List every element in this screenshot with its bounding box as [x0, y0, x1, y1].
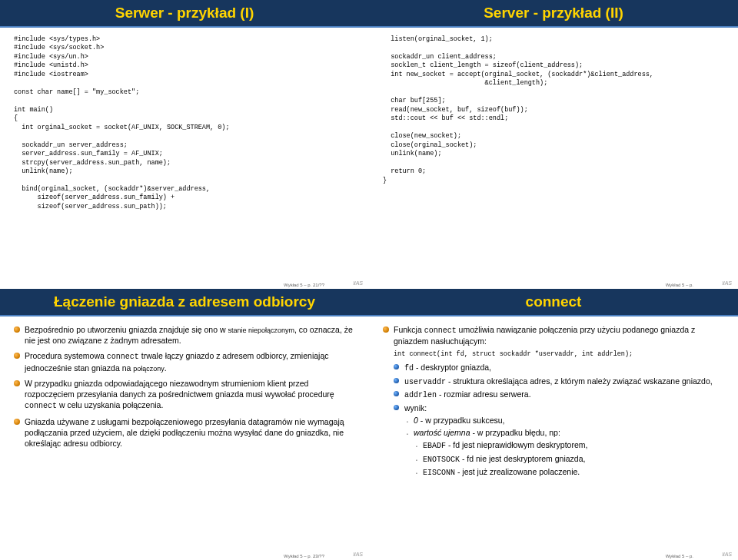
bullet-list: Funkcja connect umożliwia nawiązanie poł… [383, 324, 724, 479]
text-span: - jest już zrealizowane polaczenie. [455, 467, 580, 476]
text-span: - fd nie jest deskryptorem gniazda, [460, 454, 585, 463]
result-item: wartość ujemna - w przypadku błędu, np: … [404, 427, 724, 479]
sub-item: wynik: 0 - w przypadku sukcesu, wartość … [394, 403, 724, 479]
text-span: - rozmiar adresu serwera. [437, 389, 531, 399]
slide-content: listen(orginal_socket, 1); sockaddr_un c… [369, 28, 738, 190]
text-span: . [165, 363, 167, 373]
result-item: 0 - w przypadku sukcesu, [404, 415, 724, 426]
code-span: addrlen [404, 391, 437, 399]
logo: IiAS [353, 280, 363, 286]
sub-list: fd - deskryptor gniazda, uservaddr - str… [394, 362, 724, 479]
text-span: Funkcja [394, 325, 424, 334]
text-span: - w przypadku błędu, np: [470, 428, 560, 437]
text-span: w celu uzyskania połączenia. [57, 400, 163, 409]
code-span: connect [424, 326, 457, 335]
code-span: uservaddr [404, 378, 446, 386]
error-item: EISCONN - jest już zrealizowane polaczen… [414, 466, 724, 479]
slide-footer: Wykład 5 – p. 23/?? [284, 554, 324, 558]
slide-footer: Wykład 5 – p. 21/?? [284, 283, 324, 287]
code-span: ENOTSOCK [423, 456, 460, 464]
slide-connect-intro: Łączenie gniazda z adresem odbiorcy Bezp… [0, 289, 369, 560]
slide-title: Server - przykład (II) [369, 0, 738, 28]
bullet-item: W przypadku gniazda odpowiadającego niez… [14, 378, 355, 412]
error-list: EBADF - fd jest nieprawidłowym deskrypto… [414, 439, 724, 479]
slide-content: Funkcja connect umożliwia nawiązanie poł… [369, 316, 738, 488]
slide-server-example-1: Serwer - przykład (I) #include <sys/type… [0, 0, 369, 289]
slide-connect: connect Funkcja connect umożliwia nawiąz… [369, 289, 738, 560]
text-span: - deskryptor gniazda, [414, 363, 491, 372]
bullet-item: Gniazda używane z usługami bezpołączenio… [14, 416, 355, 449]
bullet-item: Funkcja connect umożliwia nawiązanie poł… [383, 324, 724, 479]
text-span: - fd jest nieprawidłowym deskryptorem, [446, 440, 587, 449]
text-span: stanie niepołączonym [228, 326, 294, 334]
slide-footer: Wykład 5 – p. [666, 283, 693, 287]
sub-item: uservaddr - struktura określająca adres,… [394, 376, 724, 388]
logo: IiAS [353, 552, 363, 557]
code-span: connect [107, 353, 139, 361]
bullet-list: Bezpośrednio po utworzeniu gniazda znajd… [14, 324, 355, 449]
bullet-item: Bezpośrednio po utworzeniu gniazda znajd… [14, 324, 355, 346]
sub-item: fd - deskryptor gniazda, [394, 362, 724, 374]
text-span: W przypadku gniazda odpowiadającego niez… [25, 379, 334, 399]
logo: IiAS [722, 552, 732, 557]
error-item: ENOTSOCK - fd nie jest deskryptorem gnia… [414, 453, 724, 466]
bullet-item: Procedura systemowa connect trwale łączy… [14, 350, 355, 373]
code-span: EBADF [423, 442, 446, 450]
slide-title: connect [369, 289, 738, 316]
text-span: wynik: [404, 403, 427, 413]
slide-content: Bezpośrednio po utworzeniu gniazda znajd… [0, 316, 369, 458]
code-span: connect [25, 402, 57, 410]
logo: IiAS [722, 280, 732, 286]
text-span: - struktura określająca adres, z którym … [446, 376, 713, 386]
slide-content: #include <sys/types.h> #include <sys/soc… [0, 28, 369, 216]
code-block: listen(orginal_socket, 1); sockaddr_un c… [383, 35, 724, 185]
slide-footer: Wykład 5 – p. [666, 554, 693, 558]
text-span: wartość ujemna [414, 428, 470, 437]
slide-title: Łączenie gniazda z adresem odbiorcy [0, 289, 369, 316]
code-span: fd [404, 364, 414, 373]
code-span: EISCONN [423, 469, 455, 477]
text-span: połączony [133, 365, 165, 373]
error-item: EBADF - fd jest nieprawidłowym deskrypto… [414, 439, 724, 452]
result-list: 0 - w przypadku sukcesu, wartość ujemna … [404, 415, 724, 479]
sub-item: addrlen - rozmiar adresu serwera. [394, 389, 724, 401]
slide-title: Serwer - przykład (I) [0, 0, 369, 28]
code-block: #include <sys/types.h> #include <sys/soc… [14, 35, 355, 211]
text-span: Bezpośrednio po utworzeniu gniazda znajd… [25, 325, 228, 334]
slide-server-example-2: Server - przykład (II) listen(orginal_so… [369, 0, 738, 289]
code-line: int connect(int fd, struct sockaddr *use… [394, 350, 724, 359]
text-span: Procedura systemowa [25, 351, 107, 360]
text-span: - w przypadku sukcesu, [418, 416, 505, 425]
